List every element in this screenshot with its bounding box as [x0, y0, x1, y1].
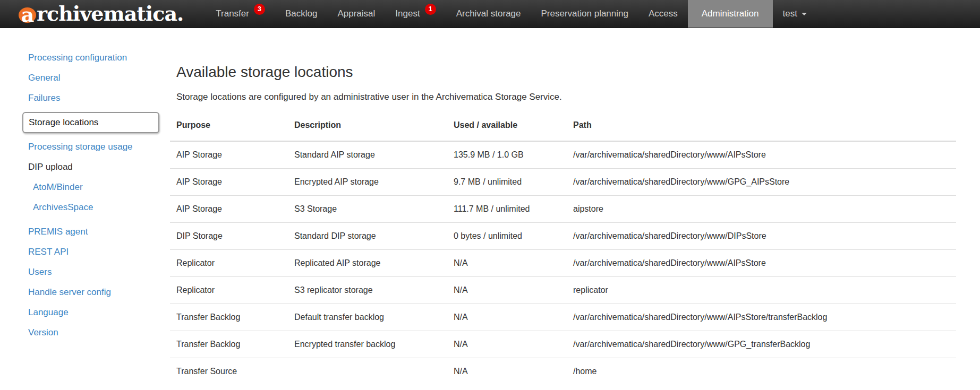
nav-link-archival-storage[interactable]: Archival storage [446, 0, 531, 28]
sidebar-link-handle-server-config[interactable]: Handle server config [28, 287, 111, 297]
cell-description: Replicated AIP storage [288, 249, 447, 276]
notification-badge: 1 [425, 4, 436, 15]
nav-label: Access [649, 8, 678, 19]
cell-used-available: 111.7 MB / unlimited [447, 195, 567, 222]
sidebar-item-users: Users [22, 266, 159, 279]
nav-link-test[interactable]: test [773, 0, 817, 28]
top-navbar: archivematica. Transfer3BacklogAppraisal… [0, 0, 980, 28]
nav-link-transfer[interactable]: Transfer3 [206, 0, 275, 28]
nav-link-administration[interactable]: Administration [688, 0, 773, 28]
caret-down-icon [802, 13, 807, 15]
cell-description: Encrypted AIP storage [288, 168, 447, 195]
nav-label: Preservation planning [541, 8, 628, 19]
storage-location-row: Transfer SourceN/A/home [170, 358, 956, 385]
nav-item-administration: Administration [688, 0, 773, 28]
cell-purpose: Transfer Backlog [170, 304, 288, 331]
sidebar-link-users[interactable]: Users [28, 267, 52, 277]
storage-location-row: DIP StorageStandard DIP storage0 bytes /… [170, 222, 956, 249]
sidebar-link-rest-api[interactable]: REST API [28, 247, 69, 257]
cell-path: aipstore [567, 195, 956, 222]
sidebar-item-storage-locations[interactable]: Storage locations [22, 112, 159, 133]
sidebar-item-atom-binder: AtoM/Binder [22, 181, 159, 194]
cell-path: /var/archivematica/sharedDirectory/www/A… [567, 304, 956, 331]
nav-link-preservation-planning[interactable]: Preservation planning [531, 0, 638, 28]
nav-item-transfer: Transfer3 [206, 0, 275, 28]
cell-description: Encrypted transfer backlog [288, 331, 447, 358]
sidebar-item-archivesspace: ArchivesSpace [22, 201, 159, 214]
app-logo[interactable]: archivematica. [19, 0, 183, 28]
cell-path: /var/archivematica/sharedDirectory/www/G… [567, 331, 956, 358]
sidebar-item-version: Version [22, 326, 159, 339]
storage-location-row: AIP StorageEncrypted AIP storage9.7 MB /… [170, 168, 956, 195]
nav-item-ingest: Ingest1 [385, 0, 446, 28]
column-header-path: Path [567, 111, 956, 141]
cell-path: /var/archivematica/sharedDirectory/www/D… [567, 222, 956, 249]
cell-purpose: AIP Storage [170, 168, 288, 195]
column-header-purpose: Purpose [170, 111, 288, 141]
cell-purpose: Transfer Source [170, 358, 288, 385]
nav-link-ingest[interactable]: Ingest1 [385, 0, 446, 28]
logo-text: rchivematica. [37, 4, 183, 24]
nav-label: test [783, 8, 797, 19]
cell-description: Standard DIP storage [288, 222, 447, 249]
nav-item-archival-storage: Archival storage [446, 0, 531, 28]
nav-item-backlog: Backlog [275, 0, 327, 28]
cell-purpose: Replicator [170, 276, 288, 304]
cell-used-available: 0 bytes / unlimited [447, 222, 567, 249]
cell-used-available: N/A [447, 276, 567, 304]
cell-description: Default transfer backlog [288, 304, 447, 331]
nav-item-access: Access [638, 0, 688, 28]
cell-path: /var/archivematica/sharedDirectory/www/G… [567, 168, 956, 195]
storage-location-row: Transfer BacklogEncrypted transfer backl… [170, 331, 956, 358]
sidebar-link-processing-storage-usage[interactable]: Processing storage usage [28, 142, 133, 152]
page-title: Available storage locations [176, 62, 959, 82]
sidebar-item-failures: Failures [22, 92, 159, 105]
sidebar-link-atom-binder[interactable]: AtoM/Binder [33, 182, 83, 192]
sidebar-link-premis-agent[interactable]: PREMIS agent [28, 227, 88, 237]
sidebar-item-language: Language [22, 306, 159, 319]
sidebar-item-processing-storage-usage: Processing storage usage [22, 141, 159, 153]
main-content: Available storage locations Storage loca… [169, 28, 980, 385]
cell-purpose: DIP Storage [170, 222, 288, 249]
cell-used-available: N/A [447, 358, 567, 385]
column-header-description: Description [288, 111, 447, 141]
navbar-menu: Transfer3BacklogAppraisalIngest1Archival… [206, 0, 817, 28]
cell-path: /var/archivematica/sharedDirectory/www/A… [567, 249, 956, 276]
nav-link-backlog[interactable]: Backlog [275, 0, 327, 28]
storage-location-row: ReplicatorReplicated AIP storageN/A/var/… [170, 249, 956, 276]
storage-locations-table: PurposeDescriptionUsed / availablePath A… [170, 111, 956, 385]
nav-item-preservation-planning: Preservation planning [531, 0, 638, 28]
cell-used-available: N/A [447, 249, 567, 276]
nav-item-appraisal: Appraisal [327, 0, 385, 28]
cell-description: Standard AIP storage [288, 141, 447, 169]
nav-link-appraisal[interactable]: Appraisal [327, 0, 385, 28]
sidebar-link-failures[interactable]: Failures [28, 93, 60, 103]
nav-label: Appraisal [337, 8, 375, 19]
nav-label: Administration [702, 8, 759, 19]
logo-a-mark: a [19, 7, 36, 23]
sidebar-link-archivesspace[interactable]: ArchivesSpace [33, 202, 93, 212]
nav-label: Backlog [285, 8, 317, 19]
sidebar-item-rest-api: REST API [22, 246, 159, 258]
nav-label: Transfer [216, 8, 249, 19]
sidebar-link-processing-configuration[interactable]: Processing configuration [28, 53, 127, 63]
table-header-row: PurposeDescriptionUsed / availablePath [170, 111, 956, 141]
cell-path: /var/archivematica/sharedDirectory/www/A… [567, 141, 956, 169]
cell-description [288, 358, 447, 385]
table-body: AIP StorageStandard AIP storage135.9 MB … [170, 141, 956, 385]
nav-item-test: test [773, 0, 817, 28]
sidebar-menu: Processing configurationGeneralFailuresS… [22, 51, 159, 339]
storage-location-row: AIP StorageStandard AIP storage135.9 MB … [170, 141, 956, 169]
sidebar-link-version[interactable]: Version [28, 327, 58, 337]
storage-location-row: AIP StorageS3 Storage111.7 MB / unlimite… [170, 195, 956, 222]
sidebar-link-language[interactable]: Language [28, 307, 69, 317]
cell-purpose: AIP Storage [170, 195, 288, 222]
sidebar-item-general: General [22, 72, 159, 84]
cell-used-available: N/A [447, 331, 567, 358]
sidebar-link-general[interactable]: General [28, 73, 60, 83]
nav-link-access[interactable]: Access [638, 0, 688, 28]
page-body: Processing configurationGeneralFailuresS… [0, 28, 980, 385]
cell-purpose: Transfer Backlog [170, 331, 288, 358]
cell-used-available: N/A [447, 304, 567, 331]
page-subtitle: Storage locations are configured by an a… [176, 91, 959, 103]
